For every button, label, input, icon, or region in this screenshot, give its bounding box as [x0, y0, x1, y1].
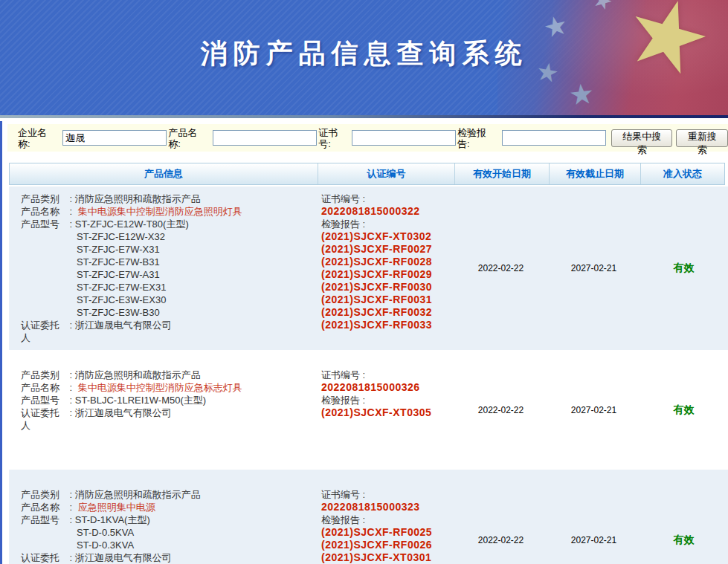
- model-value: ST-ZFJC-E3W-EX30: [77, 294, 166, 305]
- end-date-cell: 2027-02-21: [548, 350, 640, 470]
- field-label: 产品类别: [21, 192, 67, 205]
- report-value: (2021)SJCXF-RF0032: [321, 306, 454, 319]
- inspection-report-label: 检验报告:: [457, 127, 489, 149]
- field-line: 产品类别消防应急照明和疏散指示产品: [21, 192, 316, 205]
- colon-separator: [67, 369, 75, 380]
- report-value: (2021)SJCXF-RF0033: [321, 319, 454, 331]
- table-header-row: 产品信息 认证编号 有效开始日期 有效截止日期 准入状态: [9, 163, 725, 185]
- certification-cell: 证书编号 2022081815000322 检验报告 (2021)SJCXF-X…: [316, 187, 454, 350]
- colon-separator: [67, 407, 75, 418]
- cert-no-value: 2022081815000326: [321, 381, 454, 394]
- model-value: ST-BLJC-1LREⅠ1W-M50(主型): [75, 395, 206, 406]
- start-date-cell: 2022-02-22: [454, 470, 548, 564]
- colon-separator: [67, 395, 75, 406]
- end-date-cell: 2027-02-21: [548, 470, 640, 564]
- applicant-value: 浙江迦晟电气有限公司: [75, 407, 172, 418]
- field-line: 产品类别消防应急照明和疏散指示产品: [21, 488, 316, 501]
- company-name-label: 企业名称:: [18, 127, 49, 149]
- field-label: 产品型号: [21, 218, 67, 230]
- field-line: 产品型号ST-D-1KVA(主型): [21, 513, 316, 526]
- report-value: (2021)SJCXF-RF0028: [321, 256, 454, 268]
- certificate-no-input[interactable]: [352, 130, 456, 146]
- field-label: 产品名称: [21, 381, 67, 394]
- field-line: 认证委托人浙江迦晟电气有限公司: [21, 319, 316, 344]
- field-label: 产品类别: [21, 369, 67, 381]
- report-value: (2021)SJCXF-RF0030: [321, 281, 454, 294]
- colon-separator: [360, 193, 368, 204]
- model-line: ST-ZFJC-E7W-B31: [21, 256, 316, 268]
- model-line: ST-D-0.3KVA: [21, 539, 316, 551]
- model-line: ST-ZFJC-E7W-A31: [21, 268, 316, 281]
- product-info-cell: 产品类别消防应急照明和疏散指示产品 产品名称应急照明集中电源 产品型号ST-D-…: [9, 470, 316, 564]
- column-header-valid-start-date: 有效开始日期: [454, 163, 549, 184]
- colon-separator: [360, 218, 368, 230]
- model-line: ST-ZFJC-E7W-X31: [21, 243, 316, 256]
- certificate-no-label: 证书号:: [318, 127, 341, 149]
- new-search-button[interactable]: 重新搜索: [676, 129, 728, 147]
- cert-no-label: 证书编号: [321, 369, 454, 381]
- field-line: 产品型号ST-BLJC-1LREⅠ1W-M50(主型): [21, 394, 316, 406]
- company-name-input[interactable]: [62, 130, 167, 146]
- status-cell: 有效: [640, 187, 728, 350]
- colon-separator: [67, 320, 75, 331]
- applicant-value: 浙江迦晟电气有限公司: [75, 552, 172, 563]
- column-header-certification-no: 认证编号: [318, 163, 454, 184]
- colon-separator: [360, 514, 368, 525]
- product-name-value: 集中电源集中控制型消防应急照明灯具: [78, 206, 242, 217]
- inspection-report-input[interactable]: [502, 130, 606, 146]
- field-label: 产品型号: [21, 394, 67, 406]
- field-label: 产品型号: [21, 513, 67, 526]
- report-value: (2021)SJCXF-XT0305: [321, 406, 454, 419]
- colon-separator: [67, 489, 75, 500]
- certification-cell: 证书编号 2022081815000326 检验报告 (2021)SJCXF-X…: [316, 350, 454, 470]
- model-value: ST-D-0.3KVA: [77, 539, 134, 551]
- table-row: 产品类别消防应急照明和疏散指示产品 产品名称应急照明集中电源 产品型号ST-D-…: [9, 470, 728, 564]
- model-value: ST-ZFJC-E7W-X31: [77, 244, 160, 255]
- product-name-input[interactable]: [213, 130, 317, 146]
- report-value: (2021)SJCXF-RF0025: [321, 526, 454, 539]
- model-value: ST-ZFJC-E12W-X32: [77, 231, 165, 242]
- cert-no-value: 2022081815000323: [321, 501, 454, 513]
- field-label: 产品类别: [21, 488, 67, 501]
- report-value: (2021)SJCXF-RF0031: [321, 294, 454, 306]
- field-line: 产品名称集中电源集中控制型消防应急标志灯具: [21, 381, 316, 394]
- left-border-stripe: [0, 121, 2, 564]
- column-header-admission-status: 准入状态: [640, 163, 724, 184]
- colon-separator: [360, 489, 368, 500]
- field-line: 产品名称应急照明集中电源: [21, 501, 316, 513]
- cert-no-label: 证书编号: [321, 488, 454, 501]
- product-info-cell: 产品类别消防应急照明和疏散指示产品 产品名称集中电源集中控制型消防应急标志灯具 …: [9, 350, 316, 470]
- product-category-value: 消防应急照明和疏散指示产品: [75, 489, 201, 500]
- field-label: 产品名称: [21, 501, 67, 513]
- model-value: ST-ZFJC-E7W-B31: [77, 256, 160, 268]
- column-header-product-info: 产品信息: [10, 163, 318, 184]
- start-date-cell: 2022-02-22: [454, 187, 548, 350]
- cert-no-label: 证书编号: [321, 192, 454, 205]
- model-value: ST-ZFJC-E3W-B30: [77, 307, 160, 318]
- report-label: 检验报告: [321, 513, 454, 526]
- page-root: ★ ★ ★ ★ ★ 消防产品信息查询系统 企业名称: 产品名称: 证书号: 检验…: [0, 0, 728, 564]
- column-header-valid-end-date: 有效截止日期: [549, 163, 640, 184]
- colon-separator: [67, 206, 75, 217]
- report-value: (2021)SJCXF-RF0026: [321, 539, 454, 551]
- end-date-cell: 2027-02-21: [548, 187, 640, 350]
- colon-separator: [360, 369, 368, 380]
- model-line: ST-ZFJC-E7W-EX31: [21, 281, 316, 294]
- search-bar: 企业名称: 产品名称: 证书号: 检验报告: 结果中搜索 重新搜索: [7, 124, 728, 152]
- product-name-value: 集中电源集中控制型消防应急标志灯具: [78, 382, 242, 393]
- start-date-cell: 2022-02-22: [454, 350, 548, 470]
- model-line: ST-ZFJC-E3W-B30: [21, 306, 316, 319]
- applicant-value: 浙江迦晟电气有限公司: [75, 320, 172, 331]
- top-banner: ★ ★ ★ ★ ★ 消防产品信息查询系统: [0, 0, 728, 115]
- field-label: 认证委托人: [21, 551, 67, 564]
- report-value: (2021)SJCXF-XT0302: [321, 230, 454, 243]
- table-row: 产品类别消防应急照明和疏散指示产品 产品名称集中电源集中控制型消防应急照明灯具 …: [9, 187, 728, 350]
- table-row: 产品类别消防应急照明和疏散指示产品 产品名称集中电源集中控制型消防应急标志灯具 …: [9, 350, 728, 470]
- model-value: ST-D-1KVA(主型): [75, 514, 150, 525]
- colon-separator: [67, 552, 75, 563]
- model-value: ST-ZFJC-E7W-EX31: [77, 282, 166, 293]
- search-in-results-button[interactable]: 结果中搜索: [611, 129, 672, 147]
- colon-separator: [67, 218, 75, 230]
- certification-cell: 证书编号 2022081815000323 检验报告 (2021)SJCXF-R…: [316, 470, 454, 564]
- status-cell: 有效: [640, 350, 728, 470]
